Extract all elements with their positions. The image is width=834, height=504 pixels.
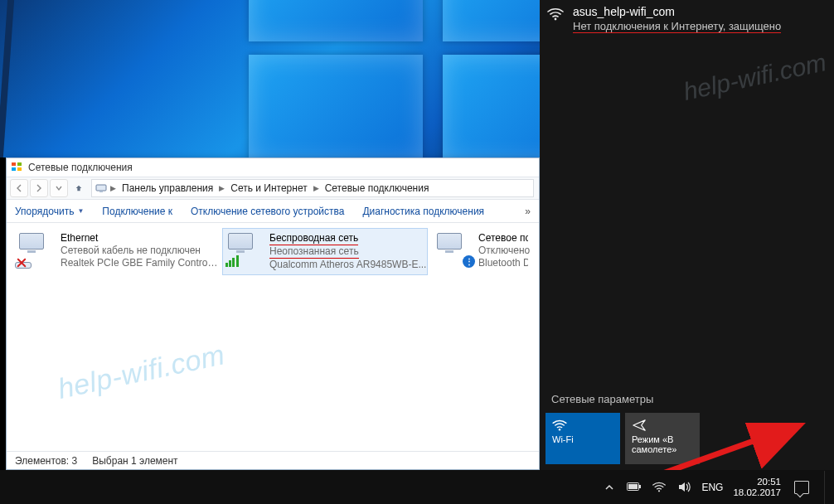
wifi-icon (552, 418, 613, 433)
breadcrumb-segment[interactable]: Панель управления (119, 182, 216, 195)
tray-date: 18.02.2017 (733, 487, 781, 497)
watermark-text: help-wifi.com (55, 338, 228, 405)
breadcrumb[interactable]: ▶ Панель управления ▶ Сеть и Интернет ▶ … (91, 179, 534, 197)
tray-clock[interactable]: 20:51 18.02.2017 (733, 477, 781, 497)
taskbar: ENG 20:51 18.02.2017 (0, 470, 834, 504)
battery-icon[interactable] (627, 482, 642, 492)
breadcrumb-segment[interactable]: Сеть и Интернет (228, 182, 309, 195)
action-center-icon[interactable] (794, 481, 809, 494)
adapter-name: Беспроводная сеть (269, 232, 358, 245)
window-titlebar[interactable]: Сетевые подключения (7, 158, 539, 177)
show-desktop-button[interactable] (824, 471, 829, 504)
network-connections-window: Сетевые подключения ▶ Панель управления … (6, 158, 540, 470)
network-status: Нет подключения к Интернету, защищено (573, 20, 781, 33)
wifi-adapter-icon (228, 232, 263, 264)
adapter-item-ethernet[interactable]: Ethernet Сетевой кабель не подключен Rea… (13, 228, 219, 275)
status-bar: Элементов: 3 Выбран 1 элемент (7, 451, 539, 469)
adapter-item-bluetooth[interactable]: ⋮ Сетевое по Отключено Bluetooth D (431, 228, 522, 275)
adapter-status: Сетевой кабель не подключен (61, 245, 218, 257)
current-network-item[interactable]: asus_help-wifi_com Нет подключения к Инт… (546, 5, 827, 33)
svg-rect-1 (99, 191, 103, 192)
network-name: asus_help-wifi_com (573, 5, 781, 18)
diagnose-button[interactable]: Диагностика подключения (362, 206, 484, 217)
nav-up-button[interactable] (70, 179, 88, 197)
bluetooth-adapter-icon: ⋮ (437, 232, 472, 264)
wifi-toggle-button[interactable]: Wi-Fi (545, 413, 620, 464)
chevron-right-icon: ▶ (312, 184, 321, 192)
chevron-right-icon: ▶ (109, 184, 118, 192)
svg-point-8 (658, 490, 660, 492)
network-flyout: asus_help-wifi_com Нет подключения к Инт… (540, 0, 834, 470)
airplane-icon (632, 418, 693, 433)
nav-back-button[interactable] (10, 179, 28, 197)
overflow-chevron-icon[interactable]: » (525, 206, 531, 217)
nav-history-button[interactable] (50, 179, 68, 197)
adapter-item-wifi[interactable]: Беспроводная сеть Неопознанная сеть Qual… (222, 228, 428, 275)
adapter-name: Сетевое по (478, 232, 528, 245)
adapter-list: Ethernet Сетевой кабель не подключен Rea… (7, 223, 539, 451)
windows-desktop-wallpaper (0, 0, 540, 158)
tray-overflow-button[interactable] (602, 482, 617, 492)
airplane-mode-label: Режим «В самолете» (632, 434, 693, 454)
airplane-mode-button[interactable]: Режим «В самолете» (625, 413, 700, 464)
chevron-down-icon: ▼ (77, 207, 84, 215)
svg-rect-0 (96, 185, 106, 191)
adapter-device: Qualcomm Atheros AR9485WB-E... (269, 259, 426, 271)
tray-time: 20:51 (733, 477, 781, 487)
adapter-device: Realtek PCIe GBE Family Controller (61, 257, 218, 269)
svg-rect-6 (639, 485, 641, 488)
breadcrumb-segment[interactable]: Сетевые подключения (322, 182, 432, 195)
organize-menu[interactable]: Упорядочить ▼ (15, 206, 84, 217)
chevron-right-icon: ▶ (217, 184, 226, 192)
system-tray: ENG 20:51 18.02.2017 (602, 471, 834, 504)
connect-to-button[interactable]: Подключение к (102, 206, 172, 217)
wifi-icon (546, 5, 565, 21)
svg-rect-7 (628, 484, 638, 489)
watermark-text: help-wifi.com (681, 48, 828, 106)
network-adapter-icon (95, 182, 107, 194)
window-title: Сетевые подключения (28, 162, 133, 173)
volume-icon[interactable] (676, 482, 691, 492)
selection-count: Выбран 1 элемент (92, 455, 177, 467)
adapter-status: Неопознанная сеть (269, 245, 359, 259)
adapter-status: Отключено (478, 245, 530, 257)
svg-point-3 (559, 429, 560, 430)
command-bar: Упорядочить ▼ Подключение к Отключение с… (7, 200, 539, 223)
address-bar-row: ▶ Панель управления ▶ Сеть и Интернет ▶ … (7, 177, 539, 200)
item-count: Элементов: 3 (15, 455, 77, 467)
ethernet-icon (19, 232, 54, 264)
disable-adapter-button[interactable]: Отключение сетевого устройства (191, 206, 344, 217)
nav-forward-button[interactable] (30, 179, 48, 197)
adapter-name: Ethernet (61, 232, 218, 245)
language-indicator[interactable]: ENG (701, 482, 723, 493)
control-panel-icon (12, 162, 23, 172)
adapter-device: Bluetooth D (478, 257, 528, 269)
svg-point-2 (555, 18, 557, 21)
wifi-tray-icon[interactable] (652, 482, 667, 492)
wifi-toggle-label: Wi-Fi (552, 434, 613, 444)
network-settings-link[interactable]: Сетевые параметры (551, 393, 653, 405)
